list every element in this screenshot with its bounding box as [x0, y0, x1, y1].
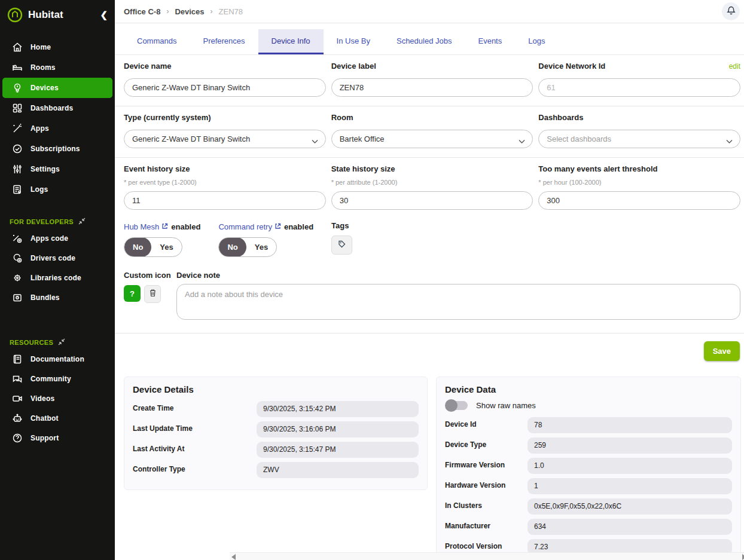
- brand-row: Hubitat ❮: [0, 5, 115, 29]
- external-link-icon: [275, 221, 281, 232]
- detail-row: Create Time 9/30/2025, 3:15:42 PM: [133, 401, 419, 417]
- sidebar-item-label: Support: [31, 434, 59, 442]
- detail-value: 9/30/2025, 3:16:06 PM: [257, 421, 419, 437]
- hub-mesh-link[interactable]: Hub Mesh: [124, 222, 159, 231]
- breadcrumb-hub[interactable]: Office C-8: [124, 7, 160, 16]
- edit-network-id-link[interactable]: edit: [729, 62, 740, 71]
- state-history-input[interactable]: [331, 191, 533, 210]
- sidebar-item-label: Documentation: [31, 355, 84, 363]
- bell-icon: [726, 5, 736, 18]
- hub-mesh-toggle: No Yes: [124, 237, 182, 257]
- event-history-hint: * per event type (1-2000): [124, 179, 326, 187]
- chatbot-icon: [12, 413, 23, 424]
- sidebar-item-bundles[interactable]: Bundles: [2, 287, 112, 307]
- type-select[interactable]: Generic Z-Wave DT Binary Switch: [124, 130, 326, 148]
- home-icon: [12, 42, 23, 53]
- detail-value: 9/30/2025, 3:15:42 PM: [257, 401, 419, 417]
- data-row: In Clusters 0x5E,0x9F,0x55,0x22,0x6C: [445, 498, 732, 515]
- sidebar-item-label: Devices: [31, 84, 59, 92]
- sidebar-item-label: Libraries code: [31, 274, 81, 282]
- developers-section-header[interactable]: FOR DEVELOPERS: [0, 215, 115, 228]
- device-name-input[interactable]: [124, 78, 326, 97]
- hubitat-logo-icon: [7, 7, 23, 23]
- sidebar-item-support[interactable]: Support: [2, 428, 112, 448]
- sidebar-item-libraries-code[interactable]: Libraries code: [2, 268, 112, 287]
- documentation-icon: [12, 354, 23, 365]
- data-value: 0x5E,0x9F,0x55,0x22,0x6C: [527, 498, 732, 515]
- tags-button[interactable]: [331, 235, 352, 255]
- field-device-network-id: Device Network Id edit: [538, 62, 740, 97]
- command-retry-group: Command retry enabled No Yes: [218, 221, 313, 257]
- resources-section-header[interactable]: RESOURCES: [0, 336, 115, 349]
- data-value: 259: [527, 437, 732, 454]
- device-label-input[interactable]: [331, 78, 533, 97]
- sidebar-item-settings[interactable]: Settings: [2, 159, 112, 179]
- show-raw-names-label: Show raw names: [476, 401, 536, 410]
- tab-events[interactable]: Events: [465, 29, 515, 54]
- dashboards-icon: [12, 103, 23, 114]
- device-details-title: Device Details: [133, 384, 419, 394]
- tab-device-info[interactable]: Device Info: [258, 29, 324, 54]
- save-button[interactable]: Save: [704, 341, 740, 361]
- notifications-button[interactable]: [722, 2, 740, 20]
- data-value: 78: [527, 417, 732, 433]
- device-label-label: Device label: [331, 62, 533, 71]
- device-note-textarea[interactable]: [176, 284, 740, 320]
- app-root: Hubitat ❮ Home Rooms Devices Dashboards: [0, 0, 744, 560]
- sidebar-item-documentation[interactable]: Documentation: [2, 349, 112, 369]
- horizontal-scrollbar[interactable]: [230, 552, 744, 560]
- breadcrumb: Office C-8 › Devices › ZEN78: [124, 7, 722, 16]
- sidebar-item-community[interactable]: Community: [2, 369, 112, 388]
- tab-commands[interactable]: Commands: [124, 29, 190, 54]
- room-select[interactable]: Bartek Office: [331, 130, 533, 148]
- command-retry-no-option[interactable]: No: [219, 237, 246, 257]
- sidebar-item-label: Home: [31, 43, 51, 51]
- sidebar-item-chatbot[interactable]: Chatbot: [2, 408, 112, 428]
- section-toggles: Hub Mesh enabled No Yes Command retry en…: [115, 219, 744, 266]
- breadcrumb-devices[interactable]: Devices: [175, 7, 204, 16]
- sidebar-item-subscriptions[interactable]: Subscriptions: [2, 139, 112, 159]
- custom-icon-button[interactable]: ?: [124, 285, 141, 302]
- command-retry-link[interactable]: Command retry: [218, 222, 272, 231]
- tab-scheduled-jobs[interactable]: Scheduled Jobs: [383, 29, 465, 54]
- libraries-code-icon: [12, 273, 23, 283]
- sidebar-item-rooms[interactable]: Rooms: [2, 57, 112, 78]
- data-value: 1.0: [527, 458, 732, 474]
- command-retry-enabled-label: enabled: [284, 222, 313, 231]
- sidebar-item-dashboards[interactable]: Dashboards: [2, 98, 112, 118]
- hub-mesh-yes-option[interactable]: Yes: [151, 237, 181, 257]
- sidebar-item-label: Drivers code: [31, 254, 75, 262]
- tag-icon: [337, 240, 346, 251]
- sidebar-collapse-icon[interactable]: ❮: [100, 10, 109, 20]
- tab-preferences[interactable]: Preferences: [190, 29, 258, 54]
- delete-icon-button[interactable]: [144, 285, 161, 303]
- apps-code-icon: [12, 233, 23, 244]
- sidebar-item-apps[interactable]: Apps: [2, 118, 112, 139]
- tab-in-use-by[interactable]: In Use By: [324, 29, 383, 54]
- sidebar-item-home[interactable]: Home: [2, 37, 112, 57]
- devices-icon: [12, 82, 23, 93]
- command-retry-yes-option[interactable]: Yes: [246, 237, 276, 257]
- breadcrumb-current-device: ZEN78: [219, 7, 243, 16]
- device-note-group: Device note: [176, 270, 740, 322]
- support-icon: [12, 433, 23, 443]
- scrollbar-left-arrow-icon[interactable]: [231, 554, 236, 560]
- device-data-title: Device Data: [445, 384, 732, 394]
- sidebar: Hubitat ❮ Home Rooms Devices Dashboards: [0, 0, 115, 560]
- tab-logs[interactable]: Logs: [515, 29, 558, 54]
- hub-mesh-no-option[interactable]: No: [124, 237, 151, 257]
- sidebar-item-label: Community: [31, 375, 71, 383]
- event-history-input[interactable]: [124, 191, 326, 210]
- alert-threshold-input[interactable]: [538, 191, 740, 210]
- type-select-value: Generic Z-Wave DT Binary Switch: [132, 134, 250, 143]
- sidebar-item-logs[interactable]: Logs: [2, 179, 112, 200]
- sidebar-item-label: Chatbot: [31, 414, 59, 423]
- dashboards-select[interactable]: Select dashboards: [538, 130, 740, 148]
- chevron-down-icon: [726, 137, 733, 146]
- sidebar-item-drivers-code[interactable]: Drivers code: [2, 248, 112, 268]
- sidebar-item-apps-code[interactable]: Apps code: [2, 228, 112, 248]
- show-raw-names-toggle[interactable]: [446, 401, 468, 410]
- event-history-label: Event history size: [124, 164, 326, 173]
- sidebar-item-videos[interactable]: Videos: [2, 388, 112, 408]
- sidebar-item-devices[interactable]: Devices: [2, 78, 112, 98]
